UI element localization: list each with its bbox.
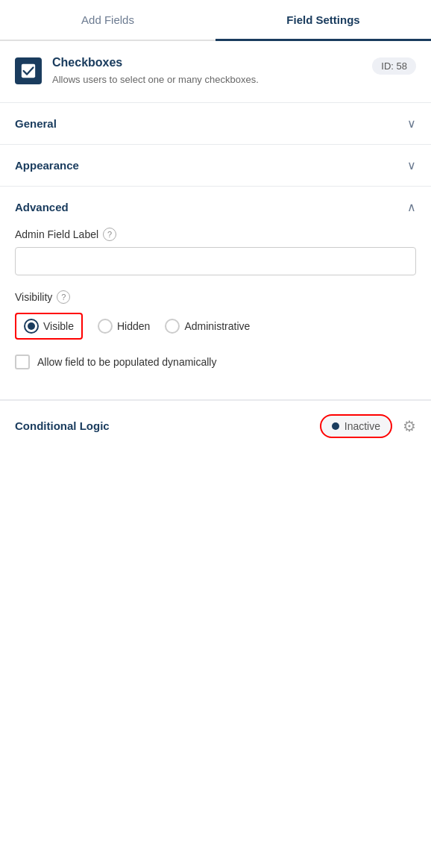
field-id-badge: ID: 58 bbox=[372, 57, 416, 75]
admin-field-label-text: Admin Field Label bbox=[15, 228, 98, 240]
appearance-label: Appearance bbox=[15, 159, 79, 172]
radio-hidden-outer bbox=[98, 319, 113, 334]
admin-field-help-icon[interactable]: ? bbox=[103, 228, 116, 241]
dynamic-field-checkbox[interactable] bbox=[15, 355, 30, 369]
advanced-label: Advanced bbox=[15, 201, 69, 213]
radio-visible-outer bbox=[24, 319, 39, 334]
tab-add-fields[interactable]: Add Fields bbox=[0, 0, 216, 40]
general-chevron-icon: ∨ bbox=[407, 116, 416, 131]
advanced-content: Admin Field Label ? Visibility ? Visible bbox=[0, 228, 431, 399]
visibility-heading: Visibility ? bbox=[15, 290, 416, 304]
tabs-container: Add Fields Field Settings bbox=[0, 0, 431, 41]
visibility-option-visible[interactable]: Visible bbox=[15, 313, 83, 340]
advanced-section-header[interactable]: Advanced ∧ bbox=[0, 187, 431, 228]
radio-hidden-label: Hidden bbox=[117, 320, 150, 332]
tab-active-indicator bbox=[216, 39, 431, 41]
field-description: Allows users to select one or many check… bbox=[52, 72, 362, 87]
admin-field-label-group: Admin Field Label ? bbox=[15, 228, 416, 275]
conditional-logic-right: Inactive ⚙ bbox=[320, 414, 416, 438]
field-title: Checkboxes bbox=[52, 56, 362, 69]
visibility-option-hidden[interactable]: Hidden bbox=[98, 319, 150, 334]
tab-field-settings[interactable]: Field Settings bbox=[216, 0, 431, 40]
visibility-help-icon[interactable]: ? bbox=[57, 290, 70, 304]
admin-field-label-heading: Admin Field Label ? bbox=[15, 228, 416, 241]
inactive-dot-icon bbox=[332, 422, 339, 430]
advanced-chevron-icon: ∧ bbox=[407, 200, 416, 214]
visibility-group: Visibility ? Visible Hidden bbox=[15, 290, 416, 340]
conditional-logic-label: Conditional Logic bbox=[15, 419, 110, 432]
general-label: General bbox=[15, 117, 57, 130]
general-section[interactable]: General ∨ bbox=[0, 103, 431, 145]
radio-admin-label: Administrative bbox=[184, 320, 250, 332]
inactive-label: Inactive bbox=[345, 420, 380, 432]
field-info: Checkboxes Allows users to select one or… bbox=[52, 56, 362, 87]
conditional-logic-row: Conditional Logic Inactive ⚙ bbox=[0, 400, 431, 452]
gear-icon[interactable]: ⚙ bbox=[403, 417, 416, 435]
admin-field-input[interactable] bbox=[15, 247, 416, 275]
appearance-section[interactable]: Appearance ∨ bbox=[0, 145, 431, 187]
visibility-radio-group: Visible Hidden Administrative bbox=[15, 313, 416, 340]
visibility-option-administrative[interactable]: Administrative bbox=[165, 319, 250, 334]
visibility-label-text: Visibility bbox=[15, 291, 52, 303]
field-type-icon bbox=[15, 57, 42, 84]
conditional-logic-toggle[interactable]: Inactive bbox=[320, 414, 392, 438]
radio-visible-label: Visible bbox=[43, 320, 74, 332]
radio-visible-inner bbox=[28, 322, 35, 330]
appearance-chevron-icon: ∨ bbox=[407, 158, 416, 172]
radio-admin-outer bbox=[165, 319, 180, 334]
dynamic-field-label: Allow field to be populated dynamically bbox=[37, 356, 216, 368]
advanced-section: Advanced ∧ Admin Field Label ? Visibilit… bbox=[0, 187, 431, 400]
dynamic-field-option[interactable]: Allow field to be populated dynamically bbox=[15, 355, 416, 369]
field-header: Checkboxes Allows users to select one or… bbox=[0, 41, 431, 103]
